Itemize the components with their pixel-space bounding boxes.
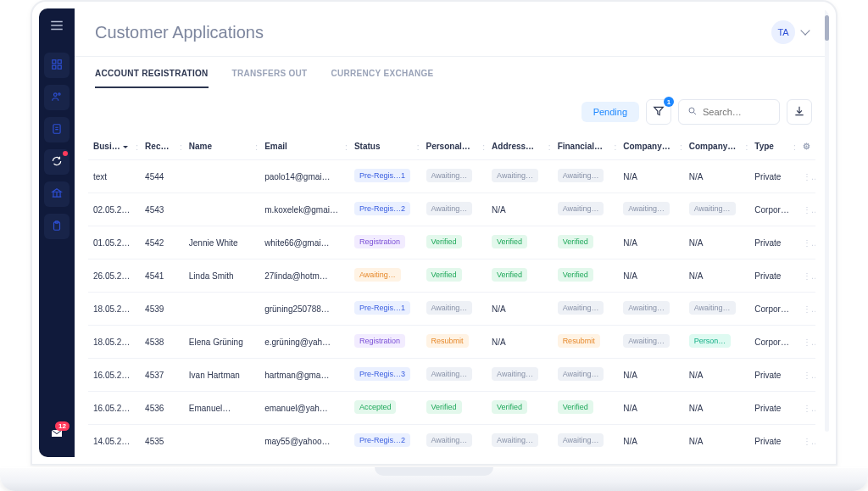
more-vertical-icon: ⋮ [803, 205, 815, 215]
cell-company2: Person… [684, 326, 750, 359]
status-badge: Awaiting… [492, 433, 538, 447]
row-actions-button[interactable]: ⋮ [798, 326, 815, 359]
sidebar-item-bank[interactable] [44, 181, 70, 207]
columns-config-button[interactable]: ⚙ [798, 133, 815, 160]
cell-business: 16.05.2… [88, 392, 140, 425]
column-separator-icon: : [614, 142, 616, 151]
status-badge: Awaiting… [558, 433, 604, 447]
table-row[interactable]: 14.05.2…4535may55@yahoo…Pre-Regis…2Await… [88, 425, 815, 458]
cell-record: 4536 [140, 392, 184, 425]
svg-rect-3 [53, 59, 56, 63]
table-row[interactable]: 18.05.2…4538Elena Grüninge.grüning@yah…R… [88, 326, 815, 359]
pending-filter-button[interactable]: Pending [581, 102, 639, 122]
row-actions-button[interactable]: ⋮ [798, 359, 815, 392]
column-header[interactable]: Busi…: [88, 133, 140, 160]
tab[interactable]: CURRENCY EXCHANGE [331, 69, 434, 88]
cell-type: Corpor… [749, 193, 797, 226]
row-actions-button[interactable]: ⋮ [798, 160, 815, 193]
status-badge: Awaiting… [558, 169, 604, 182]
download-button[interactable] [787, 99, 812, 125]
status-badge: Verified [426, 268, 462, 282]
user-menu[interactable]: TA [771, 20, 809, 44]
cell-address: Verified [487, 392, 553, 425]
svg-marker-12 [53, 188, 62, 192]
cell-company1: N/A [618, 392, 684, 425]
column-header[interactable]: Company…: [684, 133, 750, 160]
column-header[interactable]: Status: [349, 133, 421, 160]
table-row[interactable]: 16.05.2…4537Ivan Hartmanhartman@gma…Pre-… [88, 359, 815, 392]
column-header[interactable]: Address…: [487, 133, 553, 160]
cell-business: 01.05.2… [88, 226, 140, 259]
column-header[interactable]: Rec…: [140, 133, 184, 160]
row-actions-button[interactable]: ⋮ [798, 226, 815, 259]
na-label: N/A [492, 304, 506, 314]
na-label: N/A [623, 371, 637, 380]
sidebar-item-users[interactable] [44, 85, 70, 110]
table-row[interactable]: 02.05.2…4543m.koxelek@gmai…Pre-Regis…2Aw… [88, 193, 815, 226]
column-separator-icon: : [345, 142, 348, 151]
tab[interactable]: ACCOUNT REGISTRATION [95, 69, 209, 88]
gear-icon: ⚙ [803, 142, 810, 151]
status-badge: Awaiting… [689, 301, 736, 315]
cell-name [184, 160, 259, 193]
cell-record: 4538 [140, 326, 184, 359]
status-badge: Verified [558, 400, 593, 414]
table-row[interactable]: 01.05.2…4542Jennie Whitewhite66@gmai…Reg… [88, 226, 815, 259]
column-header[interactable]: Name: [184, 133, 259, 160]
status-badge: Pre-Regis…1 [354, 169, 410, 182]
row-actions-button[interactable]: ⋮ [798, 193, 815, 226]
more-vertical-icon: ⋮ [803, 404, 815, 413]
column-header[interactable]: Financial…: [553, 133, 619, 160]
sidebar-item-refresh[interactable] [44, 149, 70, 175]
cell-name: Linda Smith [184, 259, 259, 293]
table-row[interactable]: 18.05.2…4539grüning250788…Pre-Regis…1Awa… [88, 293, 815, 326]
table-row[interactable]: 16.05.2…4536Emanuel…emanuel@yah…Accepted… [88, 392, 815, 425]
hamburger-menu-button[interactable] [47, 15, 67, 36]
cell-company1: N/A [618, 259, 684, 293]
status-badge: Verified [492, 235, 527, 248]
column-header[interactable]: Personal…: [421, 133, 487, 160]
column-header[interactable]: Email: [259, 133, 349, 160]
row-actions-button[interactable]: ⋮ [798, 293, 815, 326]
cell-address: Verified [487, 259, 553, 293]
table-container[interactable]: Busi…:Rec…:Name:Email:Status:Personal…:A… [88, 133, 815, 457]
mail-button[interactable]: 12 [44, 421, 70, 447]
filter-button[interactable]: 1 [646, 99, 671, 125]
cell-business: 16.05.2… [88, 359, 140, 392]
column-header[interactable]: Company…: [618, 133, 684, 160]
cell-address: Awaiting… [487, 359, 553, 392]
more-vertical-icon: ⋮ [803, 371, 815, 380]
cell-company1: Awaiting… [618, 326, 684, 359]
search-box[interactable] [678, 99, 780, 125]
column-header[interactable]: Type: [749, 133, 797, 160]
cell-status: Pre-Regis…3 [349, 359, 421, 392]
cell-financial: Awaiting… [553, 193, 619, 226]
status-badge: Registration [354, 334, 405, 348]
cell-business: 18.05.2… [88, 326, 140, 359]
row-actions-button[interactable]: ⋮ [798, 259, 815, 293]
cell-type: Private [749, 160, 797, 193]
cell-company2: N/A [684, 392, 750, 425]
cell-name: Ivan Hartman [184, 359, 259, 392]
table-row[interactable]: text4544paolo14@gmai…Pre-Regis…1Awaiting… [88, 160, 815, 193]
cell-email: paolo14@gmai… [259, 160, 349, 193]
tab[interactable]: TRANSFERS OUT [232, 69, 308, 88]
status-badge: Awaiting… [492, 169, 538, 182]
table-row[interactable]: 26.05.2…4541Linda Smith27linda@hotm…Awai… [88, 259, 815, 293]
column-separator-icon: : [180, 142, 182, 151]
cell-personal: Awaiting… [421, 293, 487, 326]
sidebar-item-clipboard[interactable] [44, 214, 70, 239]
cell-business: 02.05.2… [88, 193, 140, 226]
cell-address: Awaiting… [487, 425, 553, 458]
more-vertical-icon: ⋮ [803, 271, 815, 281]
cell-type: Private [749, 359, 797, 392]
row-actions-button[interactable]: ⋮ [798, 425, 815, 458]
search-input[interactable] [703, 107, 771, 117]
cell-financial: Awaiting… [553, 425, 619, 458]
notification-dot-icon [63, 151, 68, 156]
cell-business: 18.05.2… [88, 293, 140, 326]
sidebar-item-documents[interactable] [44, 117, 70, 142]
row-actions-button[interactable]: ⋮ [798, 392, 815, 425]
sidebar-item-dashboard[interactable] [44, 53, 70, 78]
svg-point-8 [58, 92, 60, 94]
